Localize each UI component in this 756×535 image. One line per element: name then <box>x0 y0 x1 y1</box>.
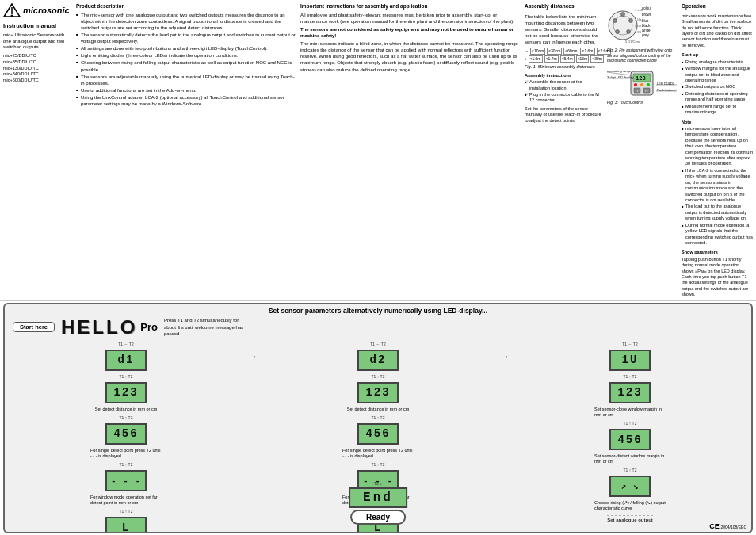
fig2-caption: Fig. 2: Pin assignment with view onto se… <box>607 48 678 63</box>
svg-text:2 0U: 2 0U <box>635 30 642 34</box>
note-item-2: ■If the LCA-2 is connected to the mic+ w… <box>682 168 753 204</box>
startup-item-4: ■Detecting distances at operating range … <box>682 91 753 103</box>
svg-point-9 <box>613 19 617 23</box>
ce-year-directive: 2004/108/EEC <box>720 525 746 529</box>
svg-text:3-digit LED-display: 3-digit LED-display <box>607 75 634 79</box>
press-t1t2-instruction: Press T1 and T2 simultaneously for about… <box>164 317 251 337</box>
logo-text: microsonic <box>23 5 70 17</box>
ce-symbol: CE <box>709 522 720 530</box>
d2-456-text: 456 <box>365 427 390 440</box>
au-distant-label: Set sensor-distant window margin in mm o… <box>594 453 666 464</box>
assembly-instructions: Assembly instructions ☞ Assemble the sen… <box>525 73 604 105</box>
fig1-caption: Fig. 1: Minimum assembly distances <box>525 64 604 70</box>
d2-single-desc: For single detect point press T2 until -… <box>342 448 414 459</box>
au-123-text: 123 <box>617 386 642 399</box>
hello-text: HELLO <box>61 316 137 338</box>
svg-text:black: black <box>642 24 651 28</box>
assembly-heading: Assembly distances <box>525 3 604 10</box>
pin-diagram-svg: colour brown blue black white grey 1 +Ub… <box>607 3 677 47</box>
au-t1t2-mid1: T1 ↑ T2 <box>624 374 637 379</box>
svg-point-8 <box>616 30 620 34</box>
startup-section: Start-up ■Rising analogue characteristic… <box>682 52 753 116</box>
operation-heading: Operation <box>682 3 753 10</box>
microsonic-logo-icon <box>3 3 21 17</box>
show-params-heading: Show parameters <box>682 250 753 255</box>
au-t1t2-mid2: T1 ↑ T2 <box>624 421 637 426</box>
note-section: Note ■mic+sensors have internal temperat… <box>682 120 753 247</box>
d2-123-text: 123 <box>365 386 390 399</box>
product-bullet-7: Useful additional functions are set in t… <box>76 87 297 94</box>
svg-text:white: white <box>642 29 651 32</box>
svg-point-26 <box>647 83 650 86</box>
d1-lcd: d1 <box>105 350 147 371</box>
note-item-4: ■During normal mode operation, a yellow … <box>682 223 753 246</box>
d2-lcd-text: d2 <box>370 353 387 366</box>
start-here-box: Start here <box>13 322 55 332</box>
svg-point-2 <box>11 15 13 17</box>
product-desc-heading: Product description <box>76 3 297 10</box>
svg-text:1 +Ub: 1 +Ub <box>635 8 644 12</box>
d1-t1t2-mid3: T1 ↑ T2 <box>120 462 133 467</box>
end-ready-area: T2 ↓ End Ready <box>349 481 407 525</box>
product-bullet-5: Choosing between rising and falling outp… <box>76 59 297 72</box>
important-blind-zone: The mic+sensors indicate a blind zone, i… <box>300 40 521 72</box>
d2-t1t2-mid2: T1 ↑ T2 <box>372 415 385 420</box>
au-lcd: 1U <box>609 350 651 371</box>
au-flow-col: T1 ← T2 1U T1 ↑ T2 123 Set sensor-close … <box>514 342 746 522</box>
ready-display: Ready <box>350 510 406 525</box>
svg-text:123: 123 <box>636 75 646 82</box>
svg-text:5 D1/Com.: 5 D1/Com. <box>625 40 640 44</box>
svg-text:T2: T2 <box>644 89 648 93</box>
svg-text:Push-buttons T1&T2: Push-buttons T1&T2 <box>657 88 677 92</box>
svg-text:brown: brown <box>642 13 652 17</box>
d1-t1t2-top: T1 ← T2 <box>118 342 133 346</box>
startup-item-2: ■Window margins for the analogue output … <box>682 66 753 83</box>
svg-text:4 D2: 4 D2 <box>635 24 642 28</box>
d1-dashes-lcd: - - - <box>105 470 147 491</box>
product-bullet-3: All settings are done with two push-butt… <box>76 45 297 52</box>
au-t1t2-top: T1 ← T2 <box>622 342 637 346</box>
fig3-caption: Fig. 3: TouchControl <box>607 100 678 105</box>
instruction-manual-title: Instruction manual <box>3 22 73 30</box>
svg-text:grey: grey <box>642 33 650 37</box>
touch-control-figure: 123 T1 T2 measuring range 3-digit LED-di… <box>607 67 678 105</box>
product-bullet-6: The sensors are adjustable manually usin… <box>76 74 297 86</box>
au-curve-lcd: ↗ ↘ <box>609 476 651 497</box>
hello-display: HELLO Pro <box>61 316 158 338</box>
note-heading: Note <box>682 120 753 125</box>
product-description-col: Product description The mic+sensor with … <box>76 3 297 299</box>
d2-123-desc: Set detect distance in mm or cm <box>347 407 410 412</box>
pin-assignment-figure: colour brown blue black white grey 1 +Ub… <box>607 3 678 63</box>
d1-lcd-text: d1 <box>118 353 135 366</box>
svg-point-24 <box>634 83 637 86</box>
svg-text:3 Ua: 3 Ua <box>635 17 642 21</box>
svg-text:measuring range: measuring range <box>607 69 632 73</box>
page-wrapper: microsonic Instruction manual mic+ Ultra… <box>0 0 756 535</box>
product-bullet-4: Light emitting diodes (three-colour LEDs… <box>76 52 297 59</box>
logo: microsonic <box>3 3 73 17</box>
au-456-text: 456 <box>617 434 642 446</box>
d1-t1t2-mid4: T1 ↑ T2 <box>120 509 133 514</box>
logo-title-col: microsonic Instruction manual mic+ Ultra… <box>3 3 73 299</box>
product-bullet-8: Using the LinkControl adapter LCA-2 (opt… <box>76 94 297 107</box>
d1-flow-col: T1 ← T2 d1 T1 ↑ T2 123 Set detect distan… <box>10 342 242 533</box>
au-window-label: Set sensor-close window margin in mm or … <box>594 407 666 418</box>
au-curve-text: ↗ ↘ <box>621 481 640 491</box>
startup-heading: Start-up <box>682 52 753 58</box>
svg-text:colour: colour <box>642 6 652 10</box>
svg-point-7 <box>627 30 631 34</box>
important-heading: Important instructions for assembly and … <box>300 3 521 10</box>
svg-text:T1: T1 <box>635 89 639 93</box>
svg-point-25 <box>640 83 643 86</box>
svg-point-5 <box>621 13 625 17</box>
show-params-text: Tapping push-button T1 shortly during no… <box>682 257 753 298</box>
d2-t1t2-mid3: T1 ↑ T2 <box>372 462 385 467</box>
au-123-lcd: 123 <box>609 382 651 403</box>
d1-123-desc: Set detect distance in mm or cm <box>95 407 158 412</box>
d2-t1t2-top: T1 ← T2 <box>370 342 385 346</box>
au-section-label: Set analogue output <box>607 515 653 522</box>
d1-window-desc: For window mode operation set far detect… <box>90 495 162 506</box>
d1-456-text: 456 <box>113 427 138 440</box>
model-list: mic+25/DDIU/TC mic+35/DDIU/TC mic+130/DD… <box>3 53 73 83</box>
d2-456-lcd: 456 <box>357 423 399 445</box>
